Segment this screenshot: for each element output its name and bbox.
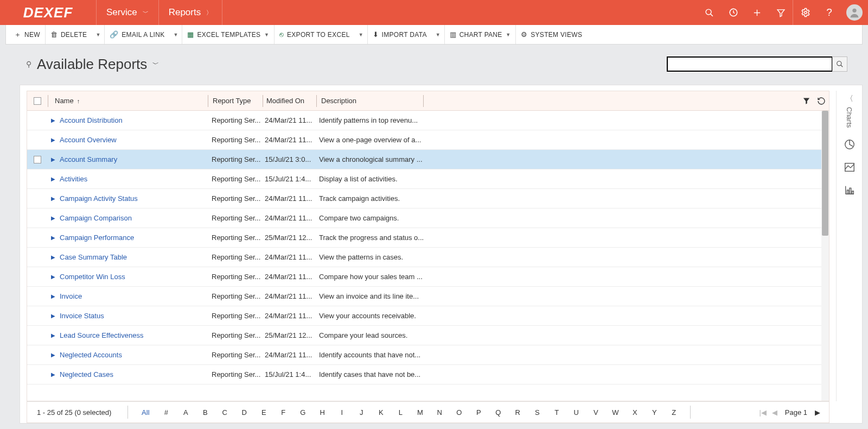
alpha-letter[interactable]: R bbox=[508, 408, 527, 417]
pager-next[interactable]: ▶ bbox=[815, 408, 820, 417]
table-row[interactable]: ▶ActivitiesReporting Ser...15/Jul/21 1:4… bbox=[27, 169, 829, 189]
recent-icon[interactable] bbox=[721, 0, 745, 25]
report-link[interactable]: Invoice bbox=[60, 292, 82, 300]
scrollbar[interactable] bbox=[821, 111, 829, 401]
table-row[interactable]: ▶Campaign ComparisonReporting Ser...24/M… bbox=[27, 209, 829, 228]
table-row[interactable]: ▶Account DistributionReporting Ser...24/… bbox=[27, 111, 829, 130]
brand-logo[interactable]: DEXEF bbox=[0, 0, 97, 25]
pin-icon[interactable]: ⚲ bbox=[26, 60, 31, 68]
view-title[interactable]: Available Reports bbox=[37, 56, 147, 73]
select-all-checkbox[interactable] bbox=[34, 97, 41, 105]
alpha-letter[interactable]: Q bbox=[488, 408, 508, 417]
table-row[interactable]: ▶Account OverviewReporting Ser...24/Mar/… bbox=[27, 130, 829, 150]
table-row[interactable]: ▶InvoiceReporting Ser...24/Mar/21 11...V… bbox=[27, 287, 829, 306]
excel-templates-button[interactable]: ▦EXCEL TEMPLATES ▼ bbox=[182, 25, 275, 44]
search-icon[interactable] bbox=[697, 0, 721, 25]
alpha-letter[interactable]: W bbox=[605, 408, 625, 417]
alpha-letter[interactable]: K bbox=[371, 408, 391, 417]
report-link[interactable]: Campaign Activity Status bbox=[60, 194, 138, 203]
expand-icon[interactable]: ▶ bbox=[48, 176, 59, 182]
alpha-letter[interactable]: Y bbox=[644, 408, 664, 417]
table-row[interactable]: ▶Neglected CasesReporting Ser...15/Jul/2… bbox=[27, 365, 829, 384]
import-data-dropdown[interactable]: ▼ bbox=[432, 25, 445, 44]
user-avatar[interactable] bbox=[846, 4, 863, 21]
col-modified[interactable]: Modified On bbox=[263, 97, 316, 105]
settings-icon[interactable] bbox=[793, 0, 817, 25]
view-dropdown-caret[interactable]: ﹀ bbox=[152, 60, 159, 69]
alpha-letter[interactable]: G bbox=[293, 408, 312, 417]
export-excel-button[interactable]: ⎋EXPORT TO EXCEL bbox=[275, 25, 355, 44]
alpha-letter[interactable]: L bbox=[391, 408, 410, 417]
header-refresh-icon[interactable] bbox=[817, 97, 826, 105]
table-row[interactable]: ▶Invoice StatusReporting Ser...24/Mar/21… bbox=[27, 306, 829, 326]
bar-chart-icon[interactable] bbox=[837, 179, 863, 201]
expand-icon[interactable]: ▶ bbox=[48, 235, 59, 241]
alpha-letter[interactable]: V bbox=[586, 408, 605, 417]
alpha-letter[interactable]: I bbox=[332, 408, 352, 417]
alpha-letter[interactable]: N bbox=[430, 408, 449, 417]
table-row[interactable]: ▶Lead Source EffectivenessReporting Ser.… bbox=[27, 326, 829, 345]
alpha-letter[interactable]: S bbox=[527, 408, 547, 417]
report-link[interactable]: Activities bbox=[60, 175, 87, 183]
expand-icon[interactable]: ▶ bbox=[48, 137, 59, 143]
area-chart-icon[interactable] bbox=[837, 156, 863, 179]
alpha-letter[interactable]: J bbox=[352, 408, 371, 417]
delete-button[interactable]: 🗑DELETE bbox=[46, 25, 92, 44]
expand-icon[interactable]: ▶ bbox=[48, 332, 59, 338]
expand-icon[interactable]: ▶ bbox=[48, 254, 59, 260]
alpha-letter[interactable]: O bbox=[449, 408, 469, 417]
email-link-dropdown[interactable]: ▼ bbox=[170, 25, 183, 44]
table-row[interactable]: ▶Competitor Win LossReporting Ser...24/M… bbox=[27, 267, 829, 287]
report-link[interactable]: Account Summary bbox=[60, 155, 117, 163]
pie-chart-icon[interactable] bbox=[837, 133, 863, 156]
alpha-letter[interactable]: Z bbox=[664, 408, 684, 417]
alpha-letter[interactable]: E bbox=[254, 408, 273, 417]
alpha-letter[interactable]: # bbox=[156, 408, 176, 417]
report-link[interactable]: Account Overview bbox=[60, 136, 117, 144]
pager-prev[interactable]: ◀ bbox=[772, 408, 777, 417]
filter-icon[interactable] bbox=[769, 0, 793, 25]
alpha-letter[interactable]: C bbox=[215, 408, 234, 417]
pager-first[interactable]: |◀ bbox=[759, 408, 766, 417]
alpha-letter[interactable]: A bbox=[176, 408, 195, 417]
grid-search-input[interactable] bbox=[667, 56, 833, 72]
alpha-letter[interactable]: B bbox=[195, 408, 215, 417]
table-row[interactable]: ▶Account SummaryReporting Ser...15/Jul/2… bbox=[27, 150, 829, 169]
import-data-button[interactable]: ⬇IMPORT DATA bbox=[368, 25, 432, 44]
report-link[interactable]: Neglected Cases bbox=[60, 370, 113, 378]
alpha-letter[interactable]: F bbox=[273, 408, 293, 417]
report-link[interactable]: Invoice Status bbox=[60, 312, 104, 320]
delete-dropdown[interactable]: ▼ bbox=[92, 25, 105, 44]
expand-icon[interactable]: ▶ bbox=[48, 313, 59, 319]
expand-icon[interactable]: ▶ bbox=[48, 117, 59, 123]
alpha-letter[interactable]: U bbox=[566, 408, 586, 417]
alpha-letter[interactable]: X bbox=[625, 408, 644, 417]
new-icon[interactable] bbox=[745, 0, 769, 25]
report-link[interactable]: Campaign Performance bbox=[60, 234, 134, 242]
export-excel-dropdown[interactable]: ▼ bbox=[355, 25, 368, 44]
report-link[interactable]: Neglected Accounts bbox=[60, 351, 122, 359]
chart-pane-button[interactable]: ▥CHART PANE ▼ bbox=[445, 25, 516, 44]
help-icon[interactable]: ? bbox=[817, 0, 841, 25]
alpha-letter[interactable]: M bbox=[410, 408, 430, 417]
row-checkbox[interactable] bbox=[34, 156, 41, 163]
report-link[interactable]: Campaign Comparison bbox=[60, 214, 132, 222]
rail-collapse-icon[interactable]: 〈 bbox=[846, 94, 853, 104]
breadcrumb-reports[interactable]: Reports 〉 bbox=[159, 0, 223, 25]
expand-icon[interactable]: ▶ bbox=[48, 215, 59, 221]
header-filter-icon[interactable] bbox=[802, 97, 810, 105]
module-switcher[interactable]: Service ﹀ bbox=[97, 0, 159, 25]
expand-icon[interactable]: ▶ bbox=[48, 195, 59, 201]
expand-icon[interactable]: ▶ bbox=[48, 156, 59, 162]
alpha-letter[interactable]: T bbox=[547, 408, 566, 417]
table-row[interactable]: ▶Campaign PerformanceReporting Ser...25/… bbox=[27, 228, 829, 248]
expand-icon[interactable]: ▶ bbox=[48, 293, 59, 299]
alpha-letter[interactable]: P bbox=[469, 408, 488, 417]
alpha-letter[interactable]: H bbox=[312, 408, 332, 417]
alpha-all[interactable]: All bbox=[135, 408, 156, 417]
col-name[interactable]: Name↑ bbox=[48, 97, 208, 105]
report-link[interactable]: Account Distribution bbox=[60, 116, 123, 124]
expand-icon[interactable]: ▶ bbox=[48, 352, 59, 358]
scrollbar-thumb[interactable] bbox=[822, 111, 828, 236]
email-link-button[interactable]: 🔗EMAIL A LINK bbox=[105, 25, 169, 44]
